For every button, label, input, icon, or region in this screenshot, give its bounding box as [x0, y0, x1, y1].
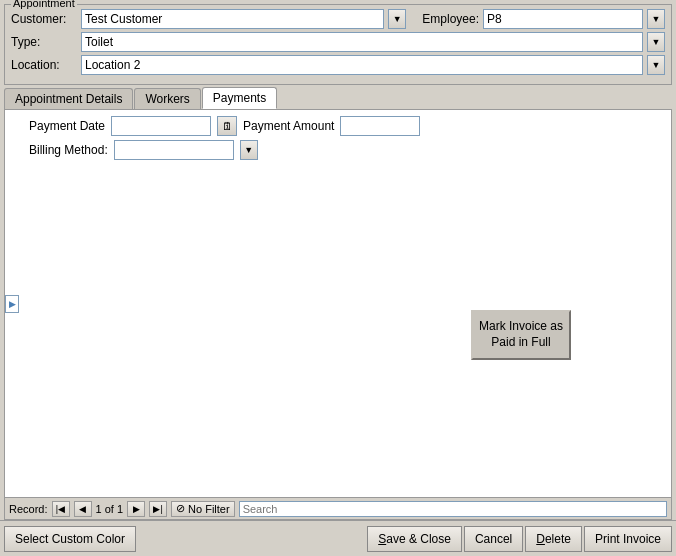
nav-prev-icon: ◀ — [79, 504, 86, 514]
record-nav-arrow[interactable]: ▶ — [5, 295, 19, 313]
payment-date-label: Payment Date — [29, 119, 105, 133]
record-position: 1 of 1 — [96, 503, 124, 515]
location-input[interactable] — [81, 55, 643, 75]
customer-dropdown-icon: ▼ — [393, 14, 402, 24]
nav-last-icon: ▶| — [153, 504, 162, 514]
customer-dropdown-btn[interactable]: ▼ — [388, 9, 406, 29]
type-dropdown-icon: ▼ — [652, 37, 661, 47]
appointment-group: Appointment Customer: ▼ Employee: ▼ Type… — [4, 4, 672, 85]
customer-input-group: ▼ Employee: ▼ — [81, 9, 665, 29]
delete-button[interactable]: Delete — [525, 526, 582, 552]
print-invoice-button[interactable]: Print Invoice — [584, 526, 672, 552]
bottom-bar: Select Custom Color Save & Close Cancel … — [0, 520, 676, 556]
save-close-button[interactable]: Save & Close — [367, 526, 462, 552]
location-label: Location: — [11, 58, 81, 72]
employee-input[interactable] — [483, 9, 643, 29]
mark-invoice-paid-button[interactable]: Mark Invoice as Paid in Full — [471, 310, 571, 360]
type-label: Type: — [11, 35, 81, 49]
tab-workers[interactable]: Workers — [134, 88, 200, 109]
customer-input[interactable] — [81, 9, 384, 29]
billing-method-dropdown-btn[interactable]: ▼ — [240, 140, 258, 160]
no-filter-label: No Filter — [188, 503, 230, 515]
nav-prev-button[interactable]: ◀ — [74, 501, 92, 517]
nav-first-icon: |◀ — [56, 504, 65, 514]
billing-method-label: Billing Method: — [29, 143, 108, 157]
funnel-icon: ⊘ — [176, 502, 185, 515]
location-input-group: ▼ — [81, 55, 665, 75]
nav-next-icon: ▶ — [133, 504, 140, 514]
tabs-bar: Appointment Details Workers Payments — [4, 87, 672, 109]
delete-label: Delete — [536, 532, 571, 546]
billing-method-row: Billing Method: ▼ — [29, 140, 665, 160]
panel-content: ▶ Payment Date 🗓 Payment Amount Billing … — [5, 110, 671, 497]
employee-label: Employee: — [422, 12, 479, 26]
payment-date-input[interactable] — [111, 116, 211, 136]
save-close-label: Save & Close — [378, 532, 451, 546]
cancel-label: Cancel — [475, 532, 512, 546]
tab-appointment-details[interactable]: Appointment Details — [4, 88, 133, 109]
location-dropdown-btn[interactable]: ▼ — [647, 55, 665, 75]
customer-employee-row: Customer: ▼ Employee: ▼ — [11, 9, 665, 29]
nav-next-button[interactable]: ▶ — [127, 501, 145, 517]
appointment-group-label: Appointment — [11, 0, 77, 9]
nav-first-button[interactable]: |◀ — [52, 501, 70, 517]
payment-date-row: Payment Date 🗓 Payment Amount — [29, 116, 665, 136]
main-window: Appointment Customer: ▼ Employee: ▼ Type… — [0, 0, 676, 556]
location-dropdown-icon: ▼ — [652, 60, 661, 70]
search-input[interactable] — [239, 501, 667, 517]
bottom-bar-right-buttons: Save & Close Cancel Delete Print Invoice — [367, 526, 672, 552]
type-row: Type: ▼ — [11, 32, 665, 52]
nav-last-button[interactable]: ▶| — [149, 501, 167, 517]
type-dropdown-btn[interactable]: ▼ — [647, 32, 665, 52]
payment-amount-input[interactable] — [340, 116, 420, 136]
tab-payments[interactable]: Payments — [202, 87, 277, 109]
payments-section: Payment Date 🗓 Payment Amount Billing Me… — [29, 116, 665, 160]
customer-label: Customer: — [11, 12, 81, 26]
employee-dropdown-btn[interactable]: ▼ — [647, 9, 665, 29]
cancel-button[interactable]: Cancel — [464, 526, 523, 552]
select-custom-color-button[interactable]: Select Custom Color — [4, 526, 136, 552]
payment-amount-label: Payment Amount — [243, 119, 334, 133]
billing-dropdown-icon: ▼ — [244, 145, 253, 155]
record-nav-bar: Record: |◀ ◀ 1 of 1 ▶ ▶| ⊘ No Filter — [5, 497, 671, 519]
location-row: Location: ▼ — [11, 55, 665, 75]
calendar-icon[interactable]: 🗓 — [217, 116, 237, 136]
type-input-group: ▼ — [81, 32, 665, 52]
main-panel: ▶ Payment Date 🗓 Payment Amount Billing … — [4, 109, 672, 520]
employee-dropdown-icon: ▼ — [652, 14, 661, 24]
no-filter-button[interactable]: ⊘ No Filter — [171, 501, 235, 517]
type-input[interactable] — [81, 32, 643, 52]
billing-method-input[interactable] — [114, 140, 234, 160]
record-text: Record: — [9, 503, 48, 515]
